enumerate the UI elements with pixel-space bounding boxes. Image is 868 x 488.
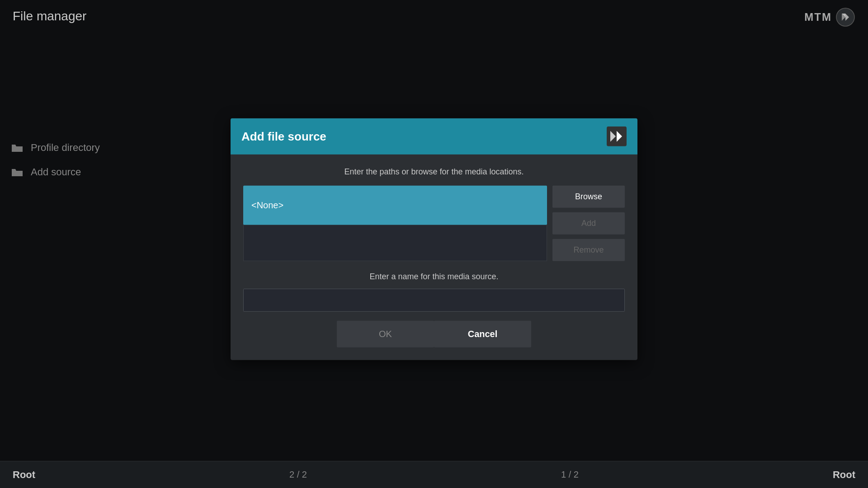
ok-button[interactable]: OK <box>337 321 434 347</box>
logo-text: MTM <box>804 11 832 23</box>
remove-button[interactable]: Remove <box>552 239 625 261</box>
dialog-subtitle: Enter the paths or browse for the media … <box>243 167 625 177</box>
dialog-header: Add file source <box>231 118 637 155</box>
sidebar: Profile directory Add source <box>0 0 134 488</box>
folder-icon-profile <box>11 143 24 153</box>
dialog-kodi-logo-icon <box>607 127 627 146</box>
dialog-title: Add file source <box>241 129 326 143</box>
add-file-source-dialog: Add file source Enter the paths or brows… <box>231 118 637 360</box>
browse-button[interactable]: Browse <box>552 186 625 208</box>
folder-icon-add-source <box>11 167 24 177</box>
footer-buttons: OK Cancel <box>243 321 625 347</box>
path-list-area <box>243 225 547 261</box>
bottom-bar: Root 2 / 2 1 / 2 Root <box>0 461 868 488</box>
name-input[interactable] <box>243 289 625 312</box>
footer-spacer-left <box>243 321 337 347</box>
dialog-body: Enter the paths or browse for the media … <box>231 155 637 312</box>
logo-area: MTM <box>804 7 855 27</box>
footer-btn-group: OK Cancel <box>337 321 531 347</box>
sidebar-item-label-profile-directory: Profile directory <box>31 142 100 154</box>
kodi-logo-icon <box>835 7 855 27</box>
cancel-button[interactable]: Cancel <box>434 321 531 347</box>
sidebar-item-profile-directory[interactable]: Profile directory <box>0 136 134 160</box>
bottom-right-label: Root <box>833 469 855 481</box>
side-buttons: Browse Add Remove <box>552 186 625 261</box>
bottom-right-counter: 1 / 2 <box>561 469 579 480</box>
add-button[interactable]: Add <box>552 212 625 235</box>
sidebar-item-add-source[interactable]: Add source <box>0 160 134 184</box>
sidebar-item-label-add-source: Add source <box>31 166 81 178</box>
name-section: Enter a name for this media source. <box>243 272 625 312</box>
bottom-left-counter: 2 / 2 <box>289 469 307 480</box>
dialog-footer: OK Cancel <box>231 312 637 360</box>
path-row: Browse Add Remove <box>243 186 625 261</box>
name-subtitle: Enter a name for this media source. <box>243 272 625 282</box>
footer-spacer-right <box>531 321 625 347</box>
bottom-left-label: Root <box>13 469 35 481</box>
path-input[interactable] <box>243 186 547 225</box>
